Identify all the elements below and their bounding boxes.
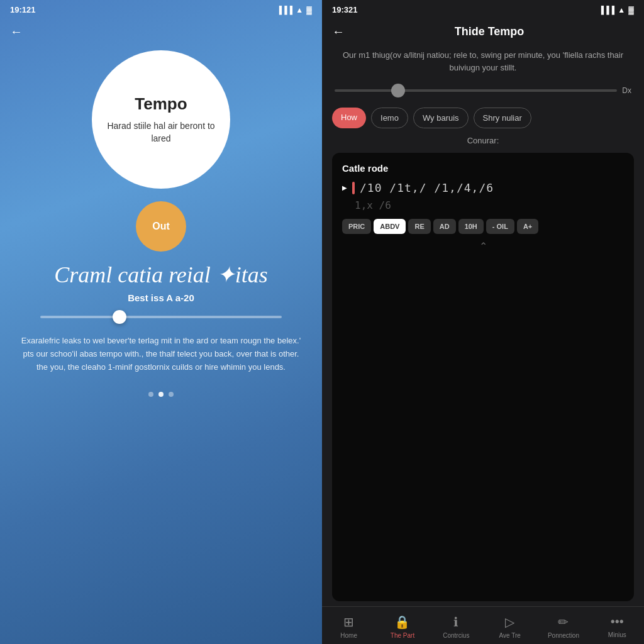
code-tab-pric[interactable]: PRIC: [342, 219, 371, 234]
signal-icon-right: ▐▐▐: [599, 6, 615, 14]
nav-label-avetre: Ave Tre: [499, 632, 521, 639]
subtitle: Best iss A a-20: [128, 292, 194, 303]
left-panel: 19:121 ▐▐▐ ▲ ▓ ← Tempo Harad stiile hal …: [0, 0, 322, 644]
header-right: ← Thide Tempo: [322, 19, 644, 44]
back-button-right[interactable]: ←: [332, 25, 345, 39]
code-tab-abdv[interactable]: ABDV: [374, 219, 406, 234]
battery-icon-right: ▓: [628, 6, 634, 14]
code-tab-a-plus[interactable]: A+: [517, 219, 538, 234]
avetre-icon: ▷: [505, 614, 514, 630]
chevron-up-icon[interactable]: ⌃: [342, 240, 624, 252]
nav-label-contrcius: Contrcius: [443, 632, 469, 639]
code-tabs: PRIC ABDV RE AD 10H - OIL A+: [342, 219, 624, 234]
description-text-left: Exaralefric leaks to wel bever'te terlag…: [0, 325, 322, 384]
code-card: Catle rode ▶ /10 /1t,/ /1,/4,/6 1,x /6 P…: [332, 153, 634, 601]
container-label: Conurar:: [322, 133, 644, 148]
dot-1[interactable]: [148, 392, 153, 397]
nav-label-minius: Minius: [608, 631, 626, 638]
circle-card: Tempo Harad stiile hal air beront to lar…: [92, 50, 230, 189]
out-bubble[interactable]: Out: [136, 201, 186, 252]
code-tab-oil[interactable]: - OIL: [486, 219, 514, 234]
thepart-icon: 🔒: [394, 614, 410, 630]
code-text-main: /10 /1t,/ /1,/4,/6: [360, 181, 494, 194]
filter-tab-shrynuliar[interactable]: Shry nuliar: [474, 108, 531, 128]
header-title-right: Thide Tempo: [345, 25, 634, 38]
filter-tab-how[interactable]: How: [332, 108, 366, 128]
play-icon: ▶: [342, 184, 347, 191]
wifi-icon-right: ▲: [618, 6, 625, 14]
signal-icon-left: ▐▐▐: [277, 6, 293, 14]
main-title: Craml catia reial ✦itas: [42, 262, 280, 289]
circle-card-desc: Harad stiile hal air beront to lared: [104, 120, 218, 145]
slider-label-right: Dx: [622, 86, 631, 95]
filter-tab-wybaruis[interactable]: Wy baruis: [413, 108, 469, 128]
dot-3[interactable]: [169, 392, 174, 397]
status-icons-right: ▐▐▐ ▲ ▓: [599, 6, 634, 14]
slider-left[interactable]: [40, 316, 282, 318]
contrcius-icon: ℹ: [453, 614, 458, 630]
wifi-icon-left: ▲: [296, 6, 303, 14]
ponnection-icon: ✏: [558, 614, 569, 630]
code-tab-re[interactable]: RE: [408, 219, 430, 234]
nav-item-thepart[interactable]: 🔒 The Part: [375, 612, 429, 641]
red-line: [352, 182, 355, 194]
out-label: Out: [152, 221, 170, 232]
nav-label-ponnection: Ponnection: [548, 632, 579, 639]
code-card-title: Catle rode: [342, 163, 624, 174]
code-tab-10h[interactable]: 10H: [458, 219, 484, 234]
filter-tabs: How Iemo Wy baruis Shry nuliar: [322, 103, 644, 133]
nav-item-avetre[interactable]: ▷ Ave Tre: [483, 612, 536, 641]
slider-left-container[interactable]: [40, 316, 282, 318]
code-text-secondary: 1,x /6: [355, 199, 624, 211]
dot-2[interactable]: [158, 392, 164, 397]
nav-item-minius[interactable]: ••• Minius: [591, 612, 644, 641]
right-panel: 19:321 ▐▐▐ ▲ ▓ ← Thide Tempo Our m1 thiu…: [322, 0, 644, 644]
filter-tab-iemo[interactable]: Iemo: [371, 108, 408, 128]
slider-thumb-left[interactable]: [113, 310, 126, 324]
nav-label-thepart: The Part: [391, 632, 414, 639]
nav-item-home[interactable]: ⊞ Home: [322, 612, 375, 641]
circle-card-title: Tempo: [135, 94, 187, 114]
nav-item-ponnection[interactable]: ✏ Ponnection: [536, 612, 590, 641]
status-time-left: 19:121: [10, 5, 35, 14]
back-button-left[interactable]: ←: [0, 19, 33, 44]
bottom-nav: ⊞ Home 🔒 The Part ℹ Contrcius ▷ Ave Tre …: [322, 606, 644, 644]
status-time-right: 19:321: [332, 5, 357, 14]
home-icon: ⊞: [343, 614, 354, 630]
status-bar-right: 19:321 ▐▐▐ ▲ ▓: [322, 0, 644, 19]
slider-right-container[interactable]: Dx: [322, 79, 644, 103]
slider-right[interactable]: [335, 89, 617, 92]
code-tab-ad[interactable]: AD: [433, 219, 456, 234]
dot-indicators: [148, 392, 174, 397]
nav-item-contrcius[interactable]: ℹ Contrcius: [430, 612, 483, 641]
nav-label-home: Home: [340, 632, 357, 639]
slider-thumb-right[interactable]: [391, 84, 405, 97]
description-right: Our m1 thiug(ov a/litnij natiou; rele to…: [322, 44, 644, 79]
status-bar-left: 19:121 ▐▐▐ ▲ ▓: [0, 0, 322, 19]
status-icons-left: ▐▐▐ ▲ ▓: [277, 6, 312, 14]
minius-icon: •••: [611, 614, 624, 629]
battery-icon-left: ▓: [306, 6, 312, 14]
code-line-main: ▶ /10 /1t,/ /1,/4,/6: [342, 181, 624, 194]
